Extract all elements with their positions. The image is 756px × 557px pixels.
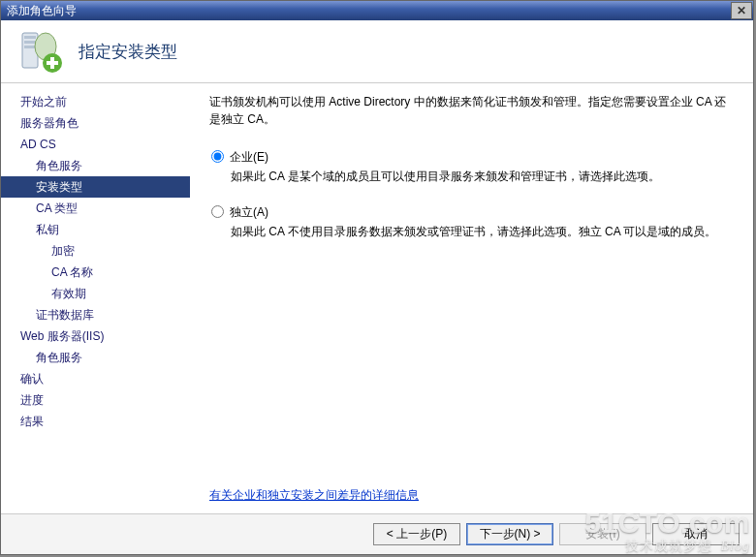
- sidebar-item-4[interactable]: 安装类型: [1, 176, 190, 198]
- titlebar: 添加角色向导 ✕: [1, 1, 753, 20]
- sidebar-item-9[interactable]: 有效期: [1, 283, 190, 304]
- sidebar-item-3[interactable]: 角色服务: [1, 155, 190, 176]
- server-icon: [18, 29, 63, 74]
- sidebar-item-8[interactable]: CA 名称: [1, 262, 190, 283]
- intro-text: 证书颁发机构可以使用 Active Directory 中的数据来简化证书颁发和…: [209, 93, 732, 128]
- sidebar-item-13[interactable]: 确认: [1, 368, 190, 389]
- sidebar-item-10[interactable]: 证书数据库: [1, 304, 190, 325]
- svg-rect-3: [24, 46, 36, 48]
- wizard-sidebar: 开始之前服务器角色AD CS角色服务安装类型CA 类型私钥加密CA 名称有效期证…: [1, 83, 190, 513]
- sidebar-item-11[interactable]: Web 服务器(IIS): [1, 325, 190, 347]
- radio-standalone[interactable]: [211, 205, 224, 218]
- sidebar-item-6[interactable]: 私钥: [1, 219, 190, 240]
- prev-button[interactable]: < 上一步(P): [373, 523, 460, 545]
- wizard-window: 添加角色向导 ✕ 指定安装类型 开始之前服务器角色AD CS角色服务安装类型CA…: [0, 0, 754, 555]
- install-button: 安装(I): [559, 523, 646, 545]
- next-button[interactable]: 下一步(N) >: [466, 523, 553, 545]
- radio-label-enterprise: 企业(E): [230, 149, 268, 166]
- option-row-enterprise: 企业(E): [209, 149, 732, 166]
- page-title: 指定安装类型: [79, 41, 177, 63]
- sidebar-item-15[interactable]: 结果: [1, 411, 190, 432]
- close-icon: ✕: [737, 4, 746, 17]
- radio-desc-standalone: 如果此 CA 不使用目录服务数据来颁发或管理证书，请选择此选项。独立 CA 可以…: [209, 223, 732, 240]
- sidebar-item-2[interactable]: AD CS: [1, 134, 190, 155]
- more-info-link[interactable]: 有关企业和独立安装之间差异的详细信息: [209, 487, 732, 504]
- sidebar-item-12[interactable]: 角色服务: [1, 347, 190, 368]
- sidebar-item-0[interactable]: 开始之前: [1, 91, 190, 112]
- wizard-content: 证书颁发机构可以使用 Active Directory 中的数据来简化证书颁发和…: [190, 83, 753, 513]
- sidebar-item-1[interactable]: 服务器角色: [1, 112, 190, 134]
- cancel-button[interactable]: 取消: [652, 523, 740, 545]
- wizard-header: 指定安装类型: [1, 20, 753, 83]
- radio-enterprise[interactable]: [211, 150, 224, 163]
- svg-rect-7: [47, 61, 58, 65]
- svg-rect-1: [24, 36, 36, 39]
- window-title: 添加角色向导: [7, 3, 77, 19]
- sidebar-item-14[interactable]: 进度: [1, 389, 190, 411]
- sidebar-item-7[interactable]: 加密: [1, 240, 190, 262]
- wizard-body: 开始之前服务器角色AD CS角色服务安装类型CA 类型私钥加密CA 名称有效期证…: [1, 83, 753, 513]
- radio-label-standalone: 独立(A): [230, 204, 268, 221]
- radio-desc-enterprise: 如果此 CA 是某个域的成员且可以使用目录服务来颁发和管理证书，请选择此选项。: [209, 168, 732, 185]
- wizard-footer: < 上一步(P) 下一步(N) > 安装(I) 取消: [1, 513, 753, 554]
- option-row-standalone: 独立(A): [209, 204, 732, 221]
- close-button[interactable]: ✕: [731, 2, 752, 19]
- svg-rect-2: [24, 41, 36, 44]
- sidebar-item-5[interactable]: CA 类型: [1, 198, 190, 219]
